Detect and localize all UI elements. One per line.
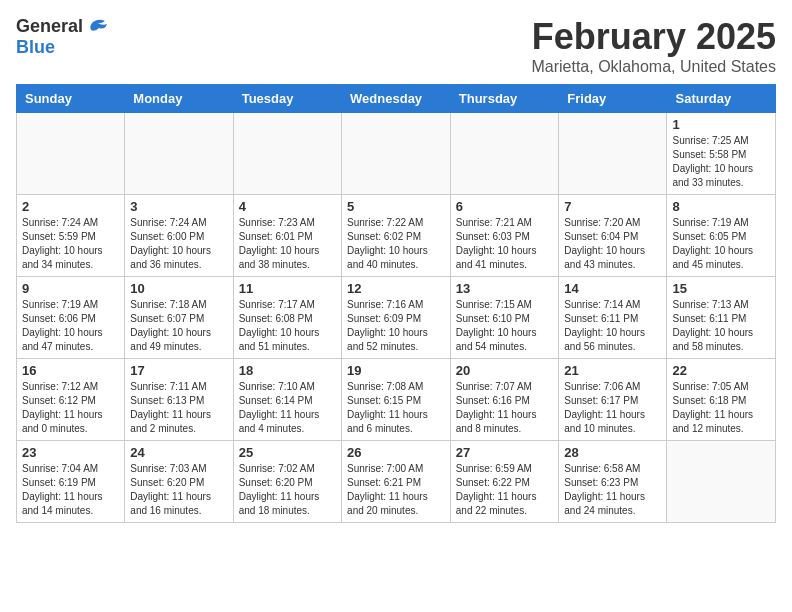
day-number: 14 [564, 281, 661, 296]
month-title: February 2025 [531, 16, 776, 58]
calendar-cell: 5Sunrise: 7:22 AMSunset: 6:02 PMDaylight… [342, 195, 451, 277]
calendar-cell: 1Sunrise: 7:25 AMSunset: 5:58 PMDaylight… [667, 113, 776, 195]
calendar-cell: 3Sunrise: 7:24 AMSunset: 6:00 PMDaylight… [125, 195, 233, 277]
day-number: 17 [130, 363, 227, 378]
day-info: Sunrise: 7:19 AMSunset: 6:05 PMDaylight:… [672, 216, 770, 272]
logo: General Blue [16, 16, 107, 58]
day-number: 15 [672, 281, 770, 296]
day-number: 26 [347, 445, 445, 460]
day-info: Sunrise: 7:06 AMSunset: 6:17 PMDaylight:… [564, 380, 661, 436]
location-title: Marietta, Oklahoma, United States [531, 58, 776, 76]
weekday-header-tuesday: Tuesday [233, 85, 341, 113]
calendar-cell [233, 113, 341, 195]
calendar-cell: 9Sunrise: 7:19 AMSunset: 6:06 PMDaylight… [17, 277, 125, 359]
day-number: 22 [672, 363, 770, 378]
day-number: 28 [564, 445, 661, 460]
calendar-cell: 18Sunrise: 7:10 AMSunset: 6:14 PMDayligh… [233, 359, 341, 441]
logo-blue-text: Blue [16, 37, 55, 57]
calendar-cell: 17Sunrise: 7:11 AMSunset: 6:13 PMDayligh… [125, 359, 233, 441]
day-number: 19 [347, 363, 445, 378]
day-number: 11 [239, 281, 336, 296]
calendar-week-4: 16Sunrise: 7:12 AMSunset: 6:12 PMDayligh… [17, 359, 776, 441]
day-info: Sunrise: 7:04 AMSunset: 6:19 PMDaylight:… [22, 462, 119, 518]
calendar-cell [125, 113, 233, 195]
day-info: Sunrise: 7:12 AMSunset: 6:12 PMDaylight:… [22, 380, 119, 436]
day-number: 1 [672, 117, 770, 132]
calendar-cell: 22Sunrise: 7:05 AMSunset: 6:18 PMDayligh… [667, 359, 776, 441]
day-info: Sunrise: 7:13 AMSunset: 6:11 PMDaylight:… [672, 298, 770, 354]
calendar-cell: 24Sunrise: 7:03 AMSunset: 6:20 PMDayligh… [125, 441, 233, 523]
logo-bird-icon [85, 18, 107, 36]
day-info: Sunrise: 7:08 AMSunset: 6:15 PMDaylight:… [347, 380, 445, 436]
day-info: Sunrise: 7:03 AMSunset: 6:20 PMDaylight:… [130, 462, 227, 518]
weekday-header-monday: Monday [125, 85, 233, 113]
day-number: 21 [564, 363, 661, 378]
day-info: Sunrise: 7:15 AMSunset: 6:10 PMDaylight:… [456, 298, 554, 354]
day-number: 23 [22, 445, 119, 460]
day-number: 13 [456, 281, 554, 296]
day-info: Sunrise: 7:20 AMSunset: 6:04 PMDaylight:… [564, 216, 661, 272]
day-number: 3 [130, 199, 227, 214]
day-info: Sunrise: 6:58 AMSunset: 6:23 PMDaylight:… [564, 462, 661, 518]
day-number: 18 [239, 363, 336, 378]
calendar-cell: 12Sunrise: 7:16 AMSunset: 6:09 PMDayligh… [342, 277, 451, 359]
day-number: 24 [130, 445, 227, 460]
calendar-cell [342, 113, 451, 195]
day-number: 10 [130, 281, 227, 296]
day-info: Sunrise: 7:23 AMSunset: 6:01 PMDaylight:… [239, 216, 336, 272]
day-info: Sunrise: 7:14 AMSunset: 6:11 PMDaylight:… [564, 298, 661, 354]
day-number: 8 [672, 199, 770, 214]
day-info: Sunrise: 7:25 AMSunset: 5:58 PMDaylight:… [672, 134, 770, 190]
calendar-cell: 4Sunrise: 7:23 AMSunset: 6:01 PMDaylight… [233, 195, 341, 277]
calendar-week-3: 9Sunrise: 7:19 AMSunset: 6:06 PMDaylight… [17, 277, 776, 359]
calendar-cell: 6Sunrise: 7:21 AMSunset: 6:03 PMDaylight… [450, 195, 559, 277]
day-info: Sunrise: 7:10 AMSunset: 6:14 PMDaylight:… [239, 380, 336, 436]
calendar-cell: 21Sunrise: 7:06 AMSunset: 6:17 PMDayligh… [559, 359, 667, 441]
calendar-cell: 11Sunrise: 7:17 AMSunset: 6:08 PMDayligh… [233, 277, 341, 359]
calendar-cell: 27Sunrise: 6:59 AMSunset: 6:22 PMDayligh… [450, 441, 559, 523]
calendar-cell: 7Sunrise: 7:20 AMSunset: 6:04 PMDaylight… [559, 195, 667, 277]
weekday-header-friday: Friday [559, 85, 667, 113]
day-info: Sunrise: 7:22 AMSunset: 6:02 PMDaylight:… [347, 216, 445, 272]
day-number: 7 [564, 199, 661, 214]
day-info: Sunrise: 7:07 AMSunset: 6:16 PMDaylight:… [456, 380, 554, 436]
day-info: Sunrise: 7:24 AMSunset: 5:59 PMDaylight:… [22, 216, 119, 272]
day-number: 4 [239, 199, 336, 214]
day-number: 2 [22, 199, 119, 214]
calendar-cell [559, 113, 667, 195]
logo-general-text: General [16, 16, 83, 37]
calendar-cell: 2Sunrise: 7:24 AMSunset: 5:59 PMDaylight… [17, 195, 125, 277]
calendar-cell: 25Sunrise: 7:02 AMSunset: 6:20 PMDayligh… [233, 441, 341, 523]
day-info: Sunrise: 6:59 AMSunset: 6:22 PMDaylight:… [456, 462, 554, 518]
calendar-cell: 28Sunrise: 6:58 AMSunset: 6:23 PMDayligh… [559, 441, 667, 523]
day-number: 12 [347, 281, 445, 296]
calendar-cell: 13Sunrise: 7:15 AMSunset: 6:10 PMDayligh… [450, 277, 559, 359]
calendar-cell: 16Sunrise: 7:12 AMSunset: 6:12 PMDayligh… [17, 359, 125, 441]
day-info: Sunrise: 7:18 AMSunset: 6:07 PMDaylight:… [130, 298, 227, 354]
calendar-cell [17, 113, 125, 195]
page-header: General Blue February 2025 Marietta, Okl… [16, 16, 776, 76]
calendar-cell: 19Sunrise: 7:08 AMSunset: 6:15 PMDayligh… [342, 359, 451, 441]
calendar-table: SundayMondayTuesdayWednesdayThursdayFrid… [16, 84, 776, 523]
calendar-cell: 15Sunrise: 7:13 AMSunset: 6:11 PMDayligh… [667, 277, 776, 359]
calendar-cell [667, 441, 776, 523]
calendar-cell: 20Sunrise: 7:07 AMSunset: 6:16 PMDayligh… [450, 359, 559, 441]
day-info: Sunrise: 7:16 AMSunset: 6:09 PMDaylight:… [347, 298, 445, 354]
day-info: Sunrise: 7:21 AMSunset: 6:03 PMDaylight:… [456, 216, 554, 272]
calendar-week-2: 2Sunrise: 7:24 AMSunset: 5:59 PMDaylight… [17, 195, 776, 277]
weekday-header-thursday: Thursday [450, 85, 559, 113]
day-info: Sunrise: 7:05 AMSunset: 6:18 PMDaylight:… [672, 380, 770, 436]
weekday-header-wednesday: Wednesday [342, 85, 451, 113]
calendar-week-5: 23Sunrise: 7:04 AMSunset: 6:19 PMDayligh… [17, 441, 776, 523]
calendar-cell: 8Sunrise: 7:19 AMSunset: 6:05 PMDaylight… [667, 195, 776, 277]
day-number: 6 [456, 199, 554, 214]
title-area: February 2025 Marietta, Oklahoma, United… [531, 16, 776, 76]
calendar-cell: 23Sunrise: 7:04 AMSunset: 6:19 PMDayligh… [17, 441, 125, 523]
calendar-cell: 10Sunrise: 7:18 AMSunset: 6:07 PMDayligh… [125, 277, 233, 359]
calendar-cell [450, 113, 559, 195]
day-info: Sunrise: 7:02 AMSunset: 6:20 PMDaylight:… [239, 462, 336, 518]
day-number: 16 [22, 363, 119, 378]
weekday-header-sunday: Sunday [17, 85, 125, 113]
calendar-cell: 14Sunrise: 7:14 AMSunset: 6:11 PMDayligh… [559, 277, 667, 359]
day-number: 27 [456, 445, 554, 460]
